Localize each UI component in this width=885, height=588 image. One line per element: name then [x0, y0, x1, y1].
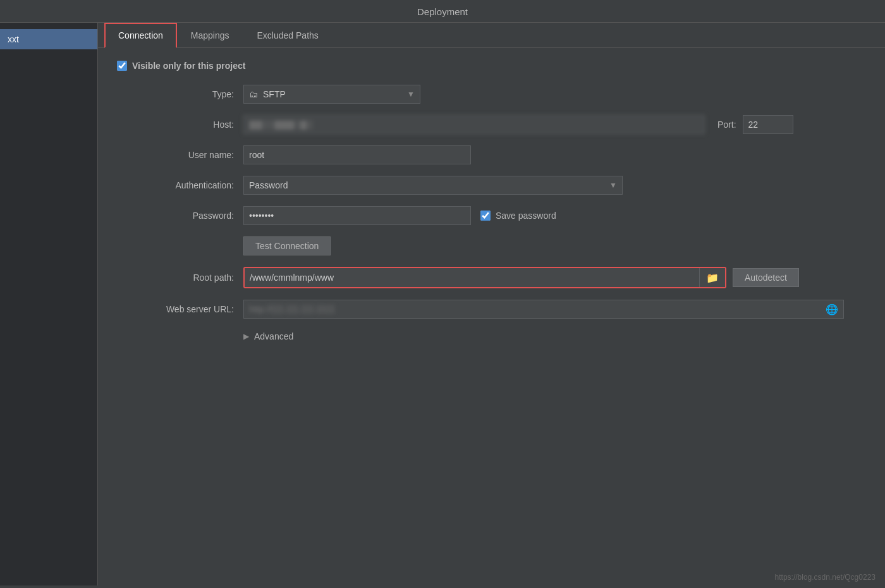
save-password-container: Save password: [480, 211, 556, 221]
password-input-group: Save password: [243, 206, 556, 225]
host-input-group: Port:: [243, 115, 793, 134]
visible-only-row: Visible only for this project: [117, 61, 866, 71]
port-input[interactable]: [743, 115, 793, 134]
username-label: User name:: [117, 150, 243, 160]
password-row: Password: Save password: [117, 206, 866, 225]
globe-icon: 🌐: [821, 303, 843, 315]
auth-select[interactable]: Password ▼: [243, 176, 623, 195]
auth-dropdown-arrow-icon: ▼: [609, 181, 617, 190]
tab-excluded-paths-label: Excluded Paths: [257, 30, 319, 40]
tab-excluded-paths[interactable]: Excluded Paths: [243, 23, 333, 48]
advanced-label: Advanced: [254, 331, 293, 341]
test-connection-button[interactable]: Test Connection: [243, 236, 331, 255]
advanced-header[interactable]: ▶ Advanced: [243, 331, 866, 341]
web-server-url-row: Web server URL: 🌐: [117, 300, 866, 319]
main-container: xxt Connection Mappings Excluded Paths V…: [0, 23, 885, 585]
sidebar: xxt: [0, 23, 98, 585]
advanced-section: ▶ Advanced: [117, 331, 866, 341]
auth-label: Authentication:: [117, 180, 243, 190]
password-label: Password:: [117, 211, 243, 221]
password-input[interactable]: [243, 206, 471, 225]
save-password-checkbox[interactable]: [480, 211, 491, 221]
save-password-label: Save password: [496, 211, 556, 221]
form-area: Visible only for this project Type: 🗂 SF…: [98, 48, 885, 585]
host-input[interactable]: [243, 115, 705, 134]
type-label: Type:: [117, 89, 243, 99]
test-connection-label: Test Connection: [255, 241, 319, 251]
username-input[interactable]: [243, 145, 471, 164]
folder-icon: 📁: [706, 272, 719, 284]
web-server-url-label: Web server URL:: [117, 304, 243, 314]
advanced-chevron-icon: ▶: [243, 332, 249, 341]
tab-connection-label: Connection: [118, 30, 163, 40]
visible-only-label: Visible only for this project: [132, 61, 245, 71]
root-path-input[interactable]: [245, 268, 700, 287]
tab-connection[interactable]: Connection: [104, 23, 177, 48]
tab-mappings[interactable]: Mappings: [177, 23, 243, 48]
type-select-value: SFTP: [263, 89, 407, 99]
visible-only-checkbox[interactable]: [117, 61, 127, 71]
host-row: Host: Port:: [117, 115, 866, 134]
root-path-row: Root path: 📁 Autodetect: [117, 267, 866, 288]
type-select[interactable]: 🗂 SFTP ▼: [243, 85, 420, 104]
window-title: Deployment: [417, 6, 468, 17]
web-server-input-container: 🌐: [243, 300, 844, 319]
footer-url-text: https://blog.csdn.net/Qcg0223: [775, 573, 876, 582]
content-area: Connection Mappings Excluded Paths Visib…: [98, 23, 885, 585]
username-row: User name:: [117, 145, 866, 164]
root-path-folder-button[interactable]: 📁: [700, 268, 725, 287]
sidebar-item-label: xxt: [8, 34, 19, 44]
port-label: Port:: [717, 119, 736, 130]
autodetect-button[interactable]: Autodetect: [733, 268, 799, 287]
autodetect-label: Autodetect: [745, 273, 787, 283]
host-label: Host:: [117, 119, 243, 130]
type-row: Type: 🗂 SFTP ▼: [117, 85, 866, 104]
web-server-url-input[interactable]: [244, 301, 821, 317]
auth-select-value: Password: [249, 180, 609, 190]
tabs: Connection Mappings Excluded Paths: [98, 23, 885, 48]
root-path-label: Root path:: [117, 273, 243, 283]
title-bar: Deployment: [0, 0, 885, 23]
auth-row: Authentication: Password ▼: [117, 176, 866, 195]
root-path-wrapper: 📁: [243, 267, 726, 288]
type-dropdown-arrow-icon: ▼: [407, 90, 415, 99]
sidebar-item-xxt[interactable]: xxt: [0, 29, 97, 49]
tab-mappings-label: Mappings: [191, 30, 229, 40]
footer-url: https://blog.csdn.net/Qcg0223: [775, 573, 876, 582]
sftp-icon: 🗂: [249, 89, 258, 99]
